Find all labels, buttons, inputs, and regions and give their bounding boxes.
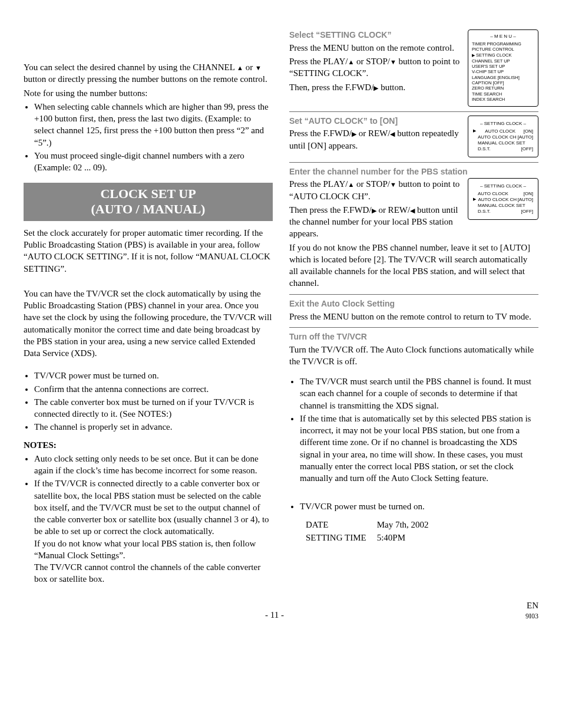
banner-line-2: (AUTO / MANUAL) <box>26 202 270 216</box>
step-heading: Set “AUTO CLOCK” to [ON] <box>289 116 462 127</box>
list-item: TV/VCR power must be turned on. <box>34 370 273 381</box>
down-arrow-icon <box>390 57 396 66</box>
prerequisite-bullets: TV/VCR power must be turned on. Confirm … <box>24 370 273 433</box>
osd-label: MANUAL CLOCK SET <box>478 203 525 209</box>
example-time-value: 5:40PM <box>377 532 438 543</box>
separator <box>289 111 538 112</box>
doc-code: 9I03 <box>525 611 538 621</box>
osd-title: – SETTING CLOCK – <box>473 121 533 127</box>
text: button or directly pressing the number b… <box>24 74 267 84</box>
step-heading: Turn off the TV/VCR <box>289 331 538 342</box>
osd-item: INDEX SEARCH <box>472 97 534 102</box>
osd-item: TIMER PROGRAMMING <box>472 41 534 47</box>
language-code: EN <box>525 599 538 611</box>
text: If the TV/VCR is connected directly to a… <box>34 479 269 536</box>
osd-row: AUTO CLOCK CH[AUTO] <box>473 134 533 140</box>
left-arrow-icon <box>410 205 415 215</box>
step-text: Press the PLAY/ or STOP/ button to point… <box>289 55 462 80</box>
text: or STOP/ <box>354 179 390 189</box>
osd-value: [ON] <box>524 191 533 197</box>
separator <box>289 294 538 295</box>
osd-item: USER'S SET UP <box>472 64 534 69</box>
osd-item: CHANNEL SET UP <box>472 58 534 64</box>
up-arrow-icon <box>348 57 354 66</box>
osd-row: MANUAL CLOCK SET <box>473 203 533 209</box>
right-arrow-icon <box>372 205 376 215</box>
separator <box>289 162 538 163</box>
text: If you do not know what your local PBS s… <box>34 538 273 562</box>
example-table: DATE May 7th, 2002 SETTING TIME 5:40PM <box>305 518 439 545</box>
step-text: Press the PLAY/ or STOP/ button to point… <box>289 178 462 202</box>
osd-value: [ON] <box>524 129 533 134</box>
osd-row: MANUAL CLOCK SET <box>473 140 533 146</box>
osd-label: MANUAL CLOCK SET <box>478 140 525 146</box>
up-arrow-icon <box>348 179 354 189</box>
text: or REW/ <box>376 205 411 215</box>
notes-bullets: Auto clock setting only needs to be set … <box>24 453 273 585</box>
osd-item: V-CHIP SET UP <box>472 69 534 74</box>
osd-label: AUTO CLOCK <box>478 191 508 197</box>
left-column: You can select the desired channel by us… <box>24 29 273 588</box>
intro-bullets: When selecting cable channels which are … <box>24 101 273 174</box>
text: The TV/VCR cannot control the channels o… <box>34 561 273 585</box>
osd-label: D.S.T. <box>478 146 491 152</box>
list-item: Auto clock setting only needs to be set … <box>34 453 273 477</box>
osd-title: – M E N U – <box>472 34 534 39</box>
down-arrow-icon <box>255 62 262 72</box>
after-banner-paragraph: Set the clock accurately for proper auto… <box>24 227 273 275</box>
list-item: The channel is properly set in advance. <box>34 421 273 433</box>
osd-menu-box: – M E N U – TIMER PROGRAMMING PICTURE CO… <box>468 29 538 107</box>
notes-heading: NOTES: <box>24 439 273 451</box>
list-item: Confirm that the antenna connections are… <box>34 383 273 395</box>
step-select-setting-clock: Select “SETTING CLOCK” Press the MENU bu… <box>289 29 538 107</box>
osd-title: – SETTING CLOCK – <box>473 183 533 189</box>
text: Press the PLAY/ <box>289 57 348 66</box>
example-time-label: SETTING TIME <box>306 532 376 543</box>
banner-line-1: CLOCK SET UP <box>26 186 270 201</box>
separator <box>289 327 538 328</box>
list-item: TV/VCR power must be turned on. <box>300 500 538 512</box>
osd-label: D.S.T. <box>478 209 491 215</box>
osd-row: AUTO CLOCK[ON] <box>473 191 533 197</box>
list-item: When selecting cable channels which are … <box>34 101 273 149</box>
step-text: Press the F.FWD/ or REW/ button repeated… <box>289 127 462 151</box>
osd-value: [AUTO] <box>517 197 533 203</box>
osd-setting-clock-box: – SETTING CLOCK – AUTO CLOCK[ON] AUTO CL… <box>468 178 538 220</box>
osd-item: TIME SEARCH <box>472 91 534 97</box>
final-bullet: TV/VCR power must be turned on. <box>289 500 538 512</box>
osd-item: ZERO RETURN <box>472 85 534 91</box>
list-item: If the TV/VCR is connected directly to a… <box>34 477 273 585</box>
osd-setting-clock-box: – SETTING CLOCK – AUTO CLOCK[ON] AUTO CL… <box>468 116 538 157</box>
osd-row-selected: AUTO CLOCK CH[AUTO] <box>473 197 533 203</box>
osd-row: D.S.T.[OFF] <box>473 209 533 215</box>
post-notes-bullets: The TV/VCR must search until the PBS cha… <box>289 375 538 484</box>
step-heading: Select “SETTING CLOCK” <box>289 29 462 41</box>
example-date-value: May 7th, 2002 <box>377 519 438 531</box>
text: Then press the F.FWD/ <box>289 205 372 215</box>
right-column: Select “SETTING CLOCK” Press the MENU bu… <box>289 29 538 588</box>
osd-label: AUTO CLOCK <box>485 129 515 134</box>
osd-value: [OFF] <box>521 209 533 215</box>
example-date-label: DATE <box>306 519 376 531</box>
step-heading: Enter the channel number for the PBS sta… <box>289 166 538 177</box>
osd-row: D.S.T.[OFF] <box>473 146 533 152</box>
down-arrow-icon <box>390 179 396 189</box>
note-line: Note for using the number buttons: <box>24 87 273 99</box>
list-item: You must proceed single-digit channel nu… <box>34 150 273 174</box>
list-item: The cable converter box must be turned o… <box>34 396 273 420</box>
osd-label: AUTO CLOCK CH <box>478 134 517 140</box>
intro-paragraph: You can select the desired channel by us… <box>24 61 273 85</box>
osd-value: [AUTO] <box>517 134 533 140</box>
osd-row-selected: AUTO CLOCK[ON] <box>473 129 533 134</box>
step-enter-pbs-channel: Enter the channel number for the PBS sta… <box>289 166 538 289</box>
step-text: Press the MENU button on the remote cont… <box>289 42 462 54</box>
text: or <box>243 62 255 72</box>
step-exit-auto-clock: Exit the Auto Clock Setting Press the ME… <box>289 298 538 322</box>
step-text: If you do not know the PBS channel numbe… <box>289 242 538 289</box>
text: Press the PLAY/ <box>289 179 348 189</box>
table-row: SETTING TIME 5:40PM <box>306 532 438 543</box>
auto-clock-paragraph: You can have the TV/VCR set the clock au… <box>24 288 273 360</box>
text: Press the F.FWD/ <box>289 129 352 138</box>
section-banner: CLOCK SET UP (AUTO / MANUAL) <box>24 183 273 221</box>
table-row: DATE May 7th, 2002 <box>306 519 438 531</box>
